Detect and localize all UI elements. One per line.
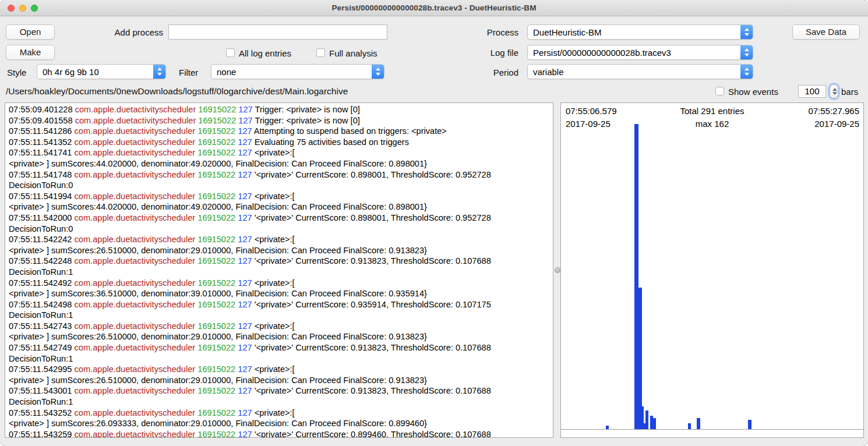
bars-label: bars	[841, 87, 858, 97]
stepper-up-icon[interactable]	[832, 88, 837, 91]
process-label: Process	[460, 27, 518, 38]
log-line: 07:55:09.401228 com.apple.duetactivitysc…	[9, 104, 553, 115]
chart-bar	[634, 124, 638, 429]
log-line: 07:55:11.542743 com.apple.duetactivitysc…	[9, 321, 553, 332]
chevron-up-down-icon	[740, 45, 753, 60]
log-line: <private> ] sumScores:26.093333, denomin…	[9, 418, 553, 429]
log-line: 07:55:11.541748 com.apple.duetactivitysc…	[9, 169, 553, 180]
filter-select[interactable]: none	[211, 64, 384, 79]
chart-end-labels: 07:55:27.965 2017-09-25	[808, 105, 859, 130]
log-line: 07:55:11.543001 com.apple.duetactivitysc…	[9, 385, 553, 397]
open-button[interactable]: Open	[6, 24, 55, 40]
chevron-up-down-icon	[740, 64, 753, 79]
chart-end-date: 2017-09-25	[808, 118, 859, 130]
log-line: 07:55:11.541286 com.apple.duetactivitysc…	[9, 126, 553, 137]
log-line: 07:55:11.542492 com.apple.duetactivitysc…	[9, 278, 553, 289]
show-events-label: Show events	[728, 87, 778, 97]
pane-divider-handle[interactable]	[555, 267, 560, 273]
log-pane[interactable]: 07:55:09.401228 com.apple.duetactivitysc…	[5, 102, 553, 438]
log-line: 07:55:11.542000 com.apple.duetactivitysc…	[9, 213, 553, 224]
filter-select-value: none	[217, 67, 236, 77]
add-process-input[interactable]	[168, 24, 387, 40]
log-line: 07:55:11.543259 com.apple.duetactivitysc…	[9, 429, 553, 438]
period-select[interactable]: variable	[527, 64, 753, 79]
titlebar[interactable]: Persist/000000000000028b.tracev3 - DuetH…	[0, 0, 868, 16]
archive-path: /Users/hoakley/Documents/0newDownloads/l…	[6, 86, 348, 97]
log-line: DecisionToRun:0	[9, 224, 553, 235]
log-line: <private> ] sumScores:44.020000, denomin…	[9, 158, 553, 169]
chevron-up-down-icon	[740, 24, 753, 40]
show-events-checkbox[interactable]	[715, 87, 724, 95]
add-process-label: Add process	[76, 27, 163, 38]
logfile-select[interactable]: Persist/000000000000028b.tracev3	[527, 45, 753, 60]
log-line: 07:55:11.542995 com.apple.duetactivitysc…	[9, 364, 553, 375]
log-line: 07:55:11.542498 com.apple.duetactivitysc…	[9, 299, 553, 310]
chart-bar	[653, 418, 656, 429]
chart-bar	[688, 423, 691, 429]
save-data-button[interactable]: Save Data	[792, 24, 860, 40]
all-log-entries-checkbox[interactable]	[226, 48, 235, 57]
log-line: 07:55:11.541994 com.apple.duetactivitysc…	[9, 191, 553, 202]
window-title: Persist/000000000000028b.tracev3 - DuetH…	[0, 3, 868, 12]
log-line: DecisionToRun:0	[9, 180, 553, 191]
full-analysis-label: Full analysis	[329, 48, 377, 59]
logfile-label: Log file	[460, 48, 518, 58]
style-select[interactable]: 0h 4r 6g 9b 10	[37, 64, 166, 79]
bars-count-field[interactable]: 100	[798, 85, 826, 98]
log-line: <private> ] sumScores:26.510000, denomin…	[9, 375, 553, 386]
style-label: Style	[7, 68, 26, 78]
log-line: 07:55:09.401558 com.apple.duetactivitysc…	[9, 115, 553, 126]
log-line: 07:55:11.542242 com.apple.duetactivitysc…	[9, 234, 553, 245]
process-select-value: DuetHeuristic-BM	[533, 27, 602, 37]
all-log-entries-label: All log entries	[239, 48, 291, 59]
chevron-up-down-icon	[372, 64, 384, 79]
process-select[interactable]: DuetHeuristic-BM	[527, 24, 753, 40]
period-label: Period	[460, 68, 518, 78]
bars-stepper[interactable]	[830, 84, 838, 98]
log-line: <private> ] sumScores:26.510000, denomin…	[9, 245, 553, 256]
log-line: 07:55:11.543252 com.apple.duetactivitysc…	[9, 408, 553, 419]
logfile-select-value: Persist/000000000000028b.tracev3	[533, 48, 671, 58]
chart-end-time: 07:55:27.965	[808, 105, 859, 118]
app-window: Persist/000000000000028b.tracev3 - DuetH…	[0, 0, 868, 446]
log-line: <private> ] sumScores:26.510000, denomin…	[9, 331, 553, 342]
style-select-value: 0h 4r 6g 9b 10	[43, 67, 99, 77]
chart-bar	[645, 410, 648, 429]
chart-baseline	[561, 429, 863, 430]
log-line: 07:55:11.541741 com.apple.duetactivitysc…	[9, 147, 553, 158]
stepper-down-icon[interactable]	[832, 92, 837, 95]
log-line: 07:55:11.541352 com.apple.duetactivitysc…	[9, 137, 553, 148]
log-line: <private> ] sumScores:44.020000, denomin…	[9, 201, 553, 213]
chevron-up-down-icon	[153, 64, 166, 79]
log-line: 07:55:11.542248 com.apple.duetactivitysc…	[9, 256, 553, 267]
period-select-value: variable	[533, 67, 564, 77]
chart-bar	[748, 420, 751, 429]
log-line: 07:55:11.542749 com.apple.duetactivitysc…	[9, 342, 553, 353]
log-line: <private> ] sumScores:36.510000, denomin…	[9, 288, 553, 299]
log-line: DecisionToRun:1	[9, 353, 553, 364]
log-line: DecisionToRun:1	[9, 267, 553, 278]
log-line: DecisionToRun:1	[9, 310, 553, 321]
filter-label: Filter	[179, 68, 198, 78]
make-button[interactable]: Make	[6, 45, 55, 60]
full-analysis-checkbox[interactable]	[316, 48, 325, 57]
log-line: DecisionToRun:1	[9, 397, 553, 408]
chart-pane: 07:55:06.579 2017-09-25 Total 291 entrie…	[560, 102, 864, 438]
chart-bar	[697, 418, 700, 429]
